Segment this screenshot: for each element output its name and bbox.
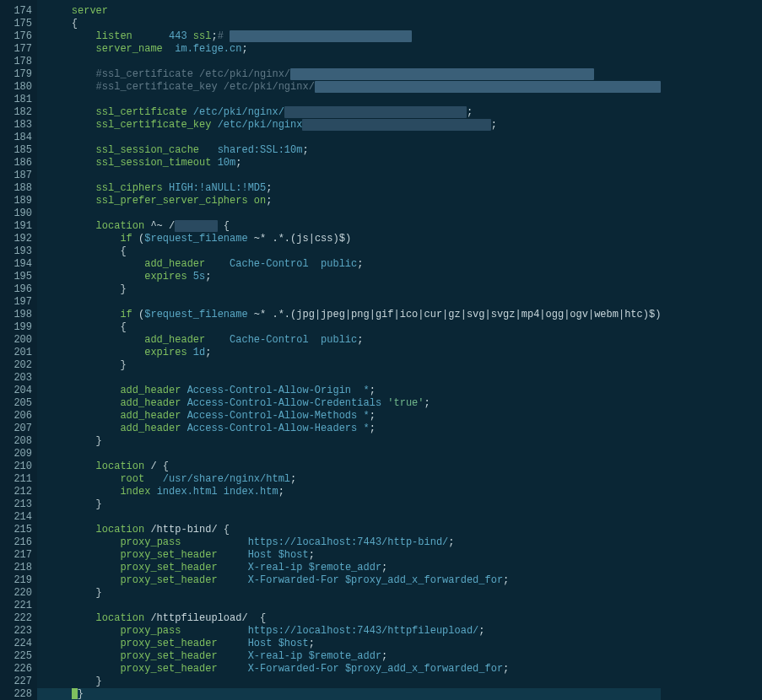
- code-line[interactable]: }: [47, 359, 661, 372]
- code-line[interactable]: add_header Access-Control-Allow-Methods …: [47, 410, 661, 423]
- token-punct: ;: [370, 410, 376, 422]
- code-line[interactable]: }: [47, 587, 661, 600]
- code-line[interactable]: ssl_certificate_key /etc/pki/nginx ;: [47, 119, 661, 132]
- code-line[interactable]: root /usr/share/nginx/html;: [47, 473, 661, 486]
- token-val: https://localhost:7443/http-bind/: [248, 536, 449, 548]
- code-line[interactable]: [47, 511, 661, 524]
- token-punct: ;: [205, 347, 211, 358]
- line-number: 212: [0, 486, 37, 498]
- code-line[interactable]: location / {: [47, 460, 661, 473]
- token-brace: {: [120, 245, 126, 257]
- token-punct: /httpfileupload/: [144, 612, 260, 624]
- code-line[interactable]: ssl_session_cache shared:SSL:10m;: [47, 144, 661, 157]
- code-line[interactable]: [47, 372, 661, 385]
- code-line[interactable]: {: [47, 321, 661, 334]
- line-number: 196: [0, 283, 37, 296]
- token-punct: [181, 397, 186, 409]
- code-line[interactable]: proxy_set_header X-Forwarded-For $proxy_…: [47, 574, 661, 587]
- token-punct: ;: [309, 638, 315, 649]
- code-line[interactable]: }: [47, 688, 661, 700]
- code-line[interactable]: }: [47, 435, 661, 448]
- code-line[interactable]: [47, 600, 661, 612]
- code-line[interactable]: proxy_pass https://localhost:7443/httpfi…: [47, 625, 661, 638]
- code-line[interactable]: add_header Access-Control-Allow-Credenti…: [47, 397, 661, 410]
- code-line[interactable]: }: [47, 283, 661, 296]
- code-line[interactable]: proxy_set_header Host $host;: [47, 549, 661, 562]
- token-smudge2: [302, 119, 490, 131]
- code-line[interactable]: ssl_certificate /etc/pki/nginx/ ;: [47, 106, 661, 119]
- token-punct: (: [132, 233, 144, 245]
- code-line[interactable]: #ssl_certificate_key /etc/pki/nginx/: [47, 81, 661, 94]
- code-line[interactable]: [47, 448, 661, 460]
- line-number: 198: [0, 309, 37, 321]
- token-punct: ;: [370, 385, 376, 396]
- code-line[interactable]: location ^~ / {: [47, 220, 661, 233]
- code-line[interactable]: add_header Cache-Control public;: [47, 258, 661, 271]
- token-val: https://localhost:7443/httpfileupload/: [248, 625, 479, 637]
- code-line[interactable]: }: [47, 676, 661, 688]
- code-line[interactable]: add_header Access-Control-Allow-Origin *…: [47, 385, 661, 397]
- line-number: 191: [0, 220, 37, 233]
- line-number: 197: [0, 296, 37, 309]
- code-line[interactable]: ssl_session_timeout 10m;: [47, 157, 661, 170]
- code-line[interactable]: }: [47, 498, 661, 511]
- token-punct: ;: [503, 663, 509, 675]
- code-line[interactable]: ssl_ciphers HIGH:!aNULL:!MD5;: [47, 182, 661, 195]
- token-brace: }: [120, 283, 126, 295]
- code-line[interactable]: [47, 170, 661, 182]
- code-line[interactable]: proxy_set_header X-Forwarded-For $proxy_…: [47, 663, 661, 676]
- token-kw: add_header: [120, 385, 181, 396]
- line-number: 208: [0, 435, 37, 448]
- code-line[interactable]: proxy_set_header X-real-ip $remote_addr;: [47, 562, 661, 574]
- token-smudge: [230, 30, 412, 42]
- line-number: 207: [0, 423, 37, 435]
- token-punct: [218, 663, 248, 675]
- code-line[interactable]: add_header Cache-Control public;: [47, 334, 661, 347]
- token-punct: ;: [266, 195, 272, 207]
- code-line[interactable]: ssl_prefer_server_ciphers on;: [47, 195, 661, 207]
- token-punct: ;: [302, 144, 308, 156]
- code-line[interactable]: proxy_pass https://localhost:7443/http-b…: [47, 536, 661, 549]
- line-number: 177: [0, 43, 37, 56]
- token-punct: [218, 650, 248, 662]
- token-punct: ;: [235, 157, 241, 169]
- code-line[interactable]: server_name im.feige.cn;: [47, 43, 661, 56]
- token-punct: ;: [266, 182, 272, 194]
- code-line[interactable]: proxy_set_header Host $host;: [47, 638, 661, 650]
- token-val: /usr/share/nginx/html: [163, 473, 290, 485]
- token-kw: proxy_set_header: [120, 663, 217, 675]
- token-punct: ;: [357, 258, 363, 270]
- code-editor-content[interactable]: server { listen 443 ssl;# server_name im…: [37, 0, 661, 700]
- token-cmt: #: [218, 30, 230, 42]
- code-line[interactable]: [47, 56, 661, 68]
- line-number: 224: [0, 638, 37, 650]
- token-kw: add_header: [144, 258, 205, 270]
- code-line[interactable]: expires 1d;: [47, 347, 661, 359]
- token-punct: ;: [211, 30, 217, 42]
- token-punct: [248, 195, 254, 207]
- line-number: 186: [0, 157, 37, 170]
- code-line[interactable]: location /http-bind/ {: [47, 524, 661, 536]
- code-line[interactable]: [47, 94, 661, 106]
- code-line[interactable]: {: [47, 245, 661, 258]
- code-line[interactable]: listen 443 ssl;#: [47, 30, 661, 43]
- token-punct: ;: [491, 119, 497, 131]
- code-line[interactable]: [47, 207, 661, 220]
- code-line[interactable]: [47, 132, 661, 144]
- line-number: 188: [0, 182, 37, 195]
- code-line[interactable]: add_header Access-Control-Allow-Headers …: [47, 423, 661, 435]
- code-line[interactable]: server: [47, 5, 661, 18]
- token-punct: [218, 220, 224, 232]
- token-kw: ssl_certificate_key: [96, 119, 212, 131]
- code-line[interactable]: if ($request_filename ~* .*.(js|css)$): [47, 233, 661, 245]
- token-punct: [205, 334, 230, 346]
- code-line[interactable]: {: [47, 18, 661, 30]
- code-line[interactable]: proxy_set_header X-real-ip $remote_addr;: [47, 650, 661, 663]
- line-number: 228: [0, 688, 37, 700]
- code-line[interactable]: [47, 296, 661, 309]
- code-line[interactable]: #ssl_certificate /etc/pki/nginx/: [47, 68, 661, 81]
- code-line[interactable]: expires 5s;: [47, 271, 661, 283]
- code-line[interactable]: index index.html index.htm;: [47, 486, 661, 498]
- code-line[interactable]: if ($request_filename ~* .*.(jpg|jpeg|pn…: [47, 309, 661, 321]
- code-line[interactable]: location /httpfileupload/ {: [47, 612, 661, 625]
